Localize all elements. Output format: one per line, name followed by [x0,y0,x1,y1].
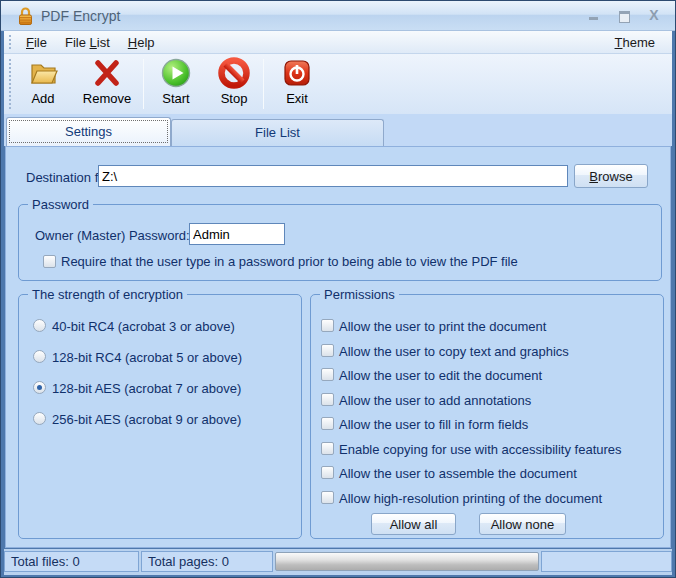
tab-strip: Settings File List [4,114,672,146]
browse-button[interactable]: Browse [574,164,648,188]
perm-hires-print-label: Allow high-resolution printing of the do… [339,491,602,506]
toolbar-separator [263,59,264,109]
total-pages-panel: Total pages: 0 [141,551,273,572]
stop-button-label: Stop [205,91,263,106]
destination-folder-input[interactable] [98,165,568,187]
perm-copy-label: Allow the user to copy text and graphics [339,344,569,359]
app-window: PDF Encrypt X File File List Help Theme [0,0,676,578]
radio-128bit-rc4[interactable] [33,350,46,363]
status-bar: Total files: 0 Total pages: 0 [4,549,672,575]
maximize-icon[interactable] [617,9,631,22]
toolbar-separator [143,59,144,109]
radio-128bit-rc4-label: 128-bit RC4 (acrobat 5 or above) [52,350,242,365]
perm-assemble-label: Allow the user to assemble the document [339,466,577,481]
status-empty-panel [541,551,672,572]
perm-edit-checkbox[interactable] [321,368,334,381]
add-button-label: Add [14,91,72,106]
perm-annotations-label: Allow the user to add annotations [339,393,531,408]
password-group: Password Owner (Master) Password: Requir… [18,204,662,281]
exit-button[interactable]: Exit [268,57,326,112]
owner-password-input[interactable] [189,223,285,245]
radio-256bit-aes-label: 256-bit AES (acrobat 9 or above) [52,412,241,427]
tab-file-list[interactable]: File List [171,119,384,146]
strength-group: The strength of encryption 40-bit RC4 (a… [18,294,302,539]
add-button[interactable]: Add [14,57,72,112]
allow-none-button[interactable]: Allow none [479,513,566,535]
remove-cross-icon [78,57,136,89]
perm-print-checkbox[interactable] [321,319,334,332]
start-button[interactable]: Start [147,57,205,112]
perm-hires-print-checkbox[interactable] [321,491,334,504]
perm-form-fields-label: Allow the user to fill in form fields [339,417,528,432]
title-bar[interactable]: PDF Encrypt X [1,1,675,31]
progress-bar [275,552,539,571]
remove-button[interactable]: Remove [78,57,136,112]
radio-256bit-aes[interactable] [33,412,46,425]
perm-copy-checkbox[interactable] [321,344,334,357]
exit-button-label: Exit [268,91,326,106]
menu-file[interactable]: File [17,32,56,53]
minimize-icon[interactable] [587,9,601,22]
permissions-group-title: Permissions [320,287,399,302]
settings-tab-page: Destination folder: Browse Password Owne… [5,146,671,548]
window-title: PDF Encrypt [41,8,120,24]
stop-button[interactable]: Stop [205,57,263,112]
start-button-label: Start [147,91,205,106]
tab-settings[interactable]: Settings [6,117,171,146]
perm-print-label: Allow the user to print the document [339,319,546,334]
menubar-grip-icon[interactable] [9,35,11,49]
radio-128bit-aes-label: 128-bit AES (acrobat 7 or above) [52,381,241,396]
strength-group-title: The strength of encryption [28,287,187,302]
perm-accessibility-checkbox[interactable] [321,442,334,455]
total-files-panel: Total files: 0 [4,551,139,572]
toolbar-grip-icon[interactable] [9,59,11,109]
toolbar: Add Remove [4,54,672,115]
exit-power-icon [268,57,326,89]
window-controls: X [587,9,661,22]
perm-edit-label: Allow the user to edit the document [339,368,542,383]
perm-assemble-checkbox[interactable] [321,466,334,479]
menu-file-list[interactable]: File List [56,32,119,53]
lock-icon [17,6,34,26]
menu-bar: File File List Help Theme [4,31,672,54]
radio-40bit-rc4[interactable] [33,319,46,332]
allow-all-button[interactable]: Allow all [371,513,456,535]
folder-add-icon [14,57,72,89]
perm-form-fields-checkbox[interactable] [321,417,334,430]
owner-password-label: Owner (Master) Password: [35,228,190,243]
menu-help[interactable]: Help [119,32,164,53]
require-password-label: Require that the user type in a password… [61,254,518,269]
radio-128bit-aes[interactable] [33,381,46,394]
close-icon[interactable]: X [647,9,661,22]
start-play-icon [147,57,205,89]
perm-accessibility-label: Enable copying for use with accessibilit… [339,442,622,457]
menu-theme[interactable]: Theme [606,32,664,53]
password-group-title: Password [28,197,93,212]
permissions-group: Permissions Allow the user to print the … [310,294,664,539]
remove-button-label: Remove [78,91,136,106]
perm-annotations-checkbox[interactable] [321,393,334,406]
require-password-checkbox[interactable] [43,255,56,268]
radio-40bit-rc4-label: 40-bit RC4 (acrobat 3 or above) [52,319,235,334]
stop-prohibit-icon [205,57,263,89]
